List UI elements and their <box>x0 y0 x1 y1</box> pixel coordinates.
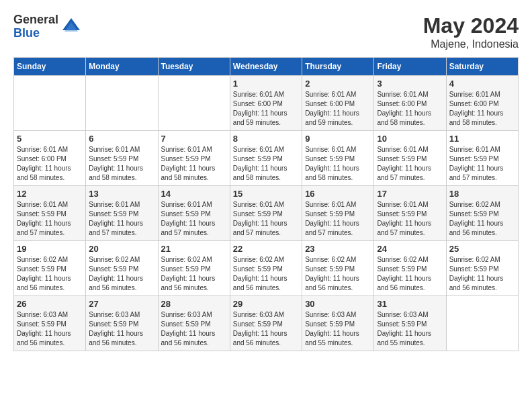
day-cell: 21Sunrise: 6:02 AM Sunset: 5:59 PM Dayli… <box>158 241 230 296</box>
day-number: 16 <box>305 189 371 199</box>
day-cell: 23Sunrise: 6:02 AM Sunset: 5:59 PM Dayli… <box>302 241 374 296</box>
day-number: 8 <box>233 134 299 144</box>
day-info: Sunrise: 6:01 AM Sunset: 6:00 PM Dayligh… <box>377 90 443 128</box>
day-cell: 19Sunrise: 6:02 AM Sunset: 5:59 PM Dayli… <box>14 241 86 296</box>
day-cell: 7Sunrise: 6:01 AM Sunset: 5:59 PM Daylig… <box>158 131 230 186</box>
day-number: 24 <box>377 244 443 254</box>
header-saturday: Saturday <box>446 58 518 76</box>
day-cell: 9Sunrise: 6:01 AM Sunset: 5:59 PM Daylig… <box>302 131 374 186</box>
day-cell: 2Sunrise: 6:01 AM Sunset: 6:00 PM Daylig… <box>302 76 374 131</box>
day-info: Sunrise: 6:03 AM Sunset: 5:59 PM Dayligh… <box>161 310 227 348</box>
day-cell <box>446 296 518 351</box>
day-cell: 15Sunrise: 6:01 AM Sunset: 5:59 PM Dayli… <box>230 186 302 241</box>
day-cell: 8Sunrise: 6:01 AM Sunset: 5:59 PM Daylig… <box>230 131 302 186</box>
day-cell <box>14 76 86 131</box>
day-info: Sunrise: 6:03 AM Sunset: 5:59 PM Dayligh… <box>305 310 371 348</box>
day-number: 18 <box>449 189 515 199</box>
day-cell: 3Sunrise: 6:01 AM Sunset: 6:00 PM Daylig… <box>374 76 446 131</box>
day-info: Sunrise: 6:02 AM Sunset: 5:59 PM Dayligh… <box>89 255 154 293</box>
day-cell <box>158 76 230 131</box>
day-number: 9 <box>305 134 371 144</box>
day-info: Sunrise: 6:03 AM Sunset: 5:59 PM Dayligh… <box>233 310 299 348</box>
day-cell: 30Sunrise: 6:03 AM Sunset: 5:59 PM Dayli… <box>302 296 374 351</box>
day-info: Sunrise: 6:02 AM Sunset: 5:59 PM Dayligh… <box>233 255 299 293</box>
day-info: Sunrise: 6:01 AM Sunset: 5:59 PM Dayligh… <box>449 145 515 183</box>
day-info: Sunrise: 6:02 AM Sunset: 5:59 PM Dayligh… <box>17 255 83 293</box>
day-info: Sunrise: 6:02 AM Sunset: 5:59 PM Dayligh… <box>449 200 515 238</box>
day-cell <box>86 76 158 131</box>
day-number: 30 <box>305 299 371 309</box>
day-info: Sunrise: 6:01 AM Sunset: 6:00 PM Dayligh… <box>305 90 371 128</box>
day-cell: 10Sunrise: 6:01 AM Sunset: 5:59 PM Dayli… <box>374 131 446 186</box>
week-row-1: 1Sunrise: 6:01 AM Sunset: 6:00 PM Daylig… <box>14 76 519 131</box>
logo-general: General <box>13 13 58 27</box>
day-info: Sunrise: 6:02 AM Sunset: 5:59 PM Dayligh… <box>377 255 443 293</box>
day-info: Sunrise: 6:01 AM Sunset: 5:59 PM Dayligh… <box>233 145 299 183</box>
day-number: 21 <box>161 244 227 254</box>
day-info: Sunrise: 6:01 AM Sunset: 5:59 PM Dayligh… <box>305 200 371 238</box>
header-wednesday: Wednesday <box>230 58 302 76</box>
day-cell: 20Sunrise: 6:02 AM Sunset: 5:59 PM Dayli… <box>86 241 158 296</box>
day-number: 6 <box>89 134 154 144</box>
day-info: Sunrise: 6:01 AM Sunset: 5:59 PM Dayligh… <box>161 200 227 238</box>
day-number: 12 <box>17 189 83 199</box>
day-number: 3 <box>377 79 443 89</box>
calendar-table: SundayMondayTuesdayWednesdayThursdayFrid… <box>13 57 519 351</box>
day-number: 26 <box>17 299 83 309</box>
day-cell: 28Sunrise: 6:03 AM Sunset: 5:59 PM Dayli… <box>158 296 230 351</box>
day-cell: 18Sunrise: 6:02 AM Sunset: 5:59 PM Dayli… <box>446 186 518 241</box>
day-cell: 6Sunrise: 6:01 AM Sunset: 5:59 PM Daylig… <box>86 131 158 186</box>
logo-icon <box>61 17 81 37</box>
header-thursday: Thursday <box>302 58 374 76</box>
day-cell: 16Sunrise: 6:01 AM Sunset: 5:59 PM Dayli… <box>302 186 374 241</box>
day-number: 15 <box>233 189 299 199</box>
day-cell: 22Sunrise: 6:02 AM Sunset: 5:59 PM Dayli… <box>230 241 302 296</box>
day-number: 10 <box>377 134 443 144</box>
header-tuesday: Tuesday <box>158 58 230 76</box>
day-number: 11 <box>449 134 515 144</box>
day-number: 28 <box>161 299 227 309</box>
header-monday: Monday <box>86 58 158 76</box>
day-number: 14 <box>161 189 227 199</box>
page-header: General Blue May 2024 Majene, Indonesia <box>13 13 519 50</box>
day-info: Sunrise: 6:01 AM Sunset: 5:59 PM Dayligh… <box>89 145 154 183</box>
day-number: 5 <box>17 134 83 144</box>
day-cell: 5Sunrise: 6:01 AM Sunset: 6:00 PM Daylig… <box>14 131 86 186</box>
day-info: Sunrise: 6:01 AM Sunset: 5:59 PM Dayligh… <box>377 200 443 238</box>
day-number: 31 <box>377 299 443 309</box>
day-cell: 29Sunrise: 6:03 AM Sunset: 5:59 PM Dayli… <box>230 296 302 351</box>
day-cell: 25Sunrise: 6:02 AM Sunset: 5:59 PM Dayli… <box>446 241 518 296</box>
logo-blue: Blue <box>13 27 58 40</box>
day-number: 22 <box>233 244 299 254</box>
day-number: 7 <box>161 134 227 144</box>
day-info: Sunrise: 6:03 AM Sunset: 5:59 PM Dayligh… <box>377 310 443 348</box>
day-cell: 4Sunrise: 6:01 AM Sunset: 6:00 PM Daylig… <box>446 76 518 131</box>
header-sunday: Sunday <box>14 58 86 76</box>
header-friday: Friday <box>374 58 446 76</box>
day-info: Sunrise: 6:01 AM Sunset: 5:59 PM Dayligh… <box>89 200 154 238</box>
day-number: 25 <box>449 244 515 254</box>
day-number: 29 <box>233 299 299 309</box>
day-cell: 17Sunrise: 6:01 AM Sunset: 5:59 PM Dayli… <box>374 186 446 241</box>
day-info: Sunrise: 6:03 AM Sunset: 5:59 PM Dayligh… <box>89 310 154 348</box>
day-number: 19 <box>17 244 83 254</box>
day-cell: 11Sunrise: 6:01 AM Sunset: 5:59 PM Dayli… <box>446 131 518 186</box>
week-row-3: 12Sunrise: 6:01 AM Sunset: 5:59 PM Dayli… <box>14 186 519 241</box>
day-cell: 13Sunrise: 6:01 AM Sunset: 5:59 PM Dayli… <box>86 186 158 241</box>
day-info: Sunrise: 6:03 AM Sunset: 5:59 PM Dayligh… <box>17 310 83 348</box>
day-info: Sunrise: 6:02 AM Sunset: 5:59 PM Dayligh… <box>305 255 371 293</box>
day-cell: 26Sunrise: 6:03 AM Sunset: 5:59 PM Dayli… <box>14 296 86 351</box>
day-number: 4 <box>449 79 515 89</box>
day-cell: 24Sunrise: 6:02 AM Sunset: 5:59 PM Dayli… <box>374 241 446 296</box>
logo: General Blue <box>13 13 81 40</box>
month-title: May 2024 <box>423 13 519 38</box>
day-cell: 27Sunrise: 6:03 AM Sunset: 5:59 PM Dayli… <box>86 296 158 351</box>
day-cell: 14Sunrise: 6:01 AM Sunset: 5:59 PM Dayli… <box>158 186 230 241</box>
day-info: Sunrise: 6:01 AM Sunset: 5:59 PM Dayligh… <box>233 200 299 238</box>
day-info: Sunrise: 6:01 AM Sunset: 5:59 PM Dayligh… <box>17 200 83 238</box>
day-number: 20 <box>89 244 154 254</box>
day-number: 2 <box>305 79 371 89</box>
day-info: Sunrise: 6:01 AM Sunset: 5:59 PM Dayligh… <box>305 145 371 183</box>
week-row-5: 26Sunrise: 6:03 AM Sunset: 5:59 PM Dayli… <box>14 296 519 351</box>
day-cell: 12Sunrise: 6:01 AM Sunset: 5:59 PM Dayli… <box>14 186 86 241</box>
